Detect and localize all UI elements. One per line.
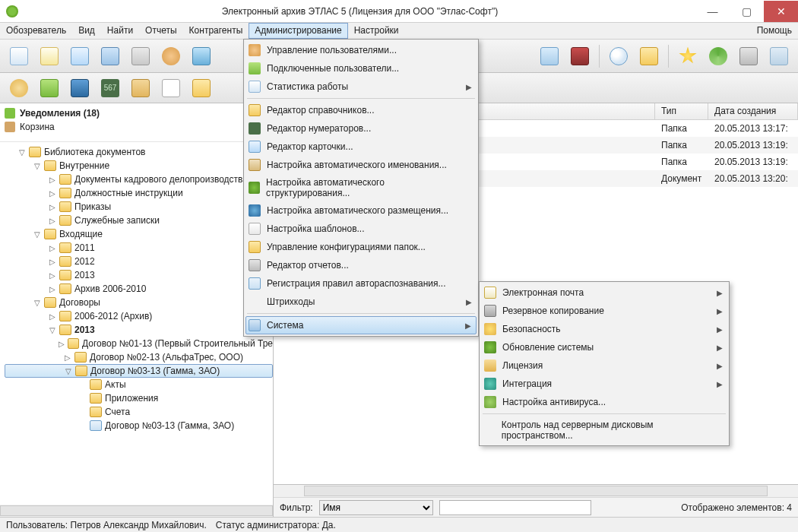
tree-twisty[interactable]: ▷ xyxy=(49,271,56,280)
menu-item[interactable]: Электронная почта▶ xyxy=(481,283,727,302)
menu-item[interactable]: Обновление системы▶ xyxy=(481,338,727,356)
tree-twisty[interactable]: ▷ xyxy=(49,312,56,321)
tree-node[interactable]: ▷Договор №02-13 (АльфаТрес, ООО) xyxy=(5,350,273,364)
tree-twisty[interactable]: ▷ xyxy=(49,203,56,211)
tree-node[interactable]: ▷Должностные инструкции xyxy=(5,186,273,200)
document-tree[interactable]: ▽Библиотека документов▽Внутренние▷Докуме… xyxy=(0,141,273,505)
tree-node[interactable]: ▷2006-2012 (Архив) xyxy=(5,309,273,323)
tree-node[interactable]: Счета xyxy=(5,405,273,419)
menu-обозреватель[interactable]: Обозреватель xyxy=(0,23,72,39)
tree-twisty[interactable]: ▽ xyxy=(33,230,41,239)
tree-twisty[interactable]: ▽ xyxy=(65,367,72,375)
menu-item[interactable]: Настройка антивируса... xyxy=(481,393,727,411)
tree-node[interactable]: ▷2013 xyxy=(5,268,273,282)
tree-twisty[interactable]: ▽ xyxy=(33,299,41,307)
tb1r-wrench-button[interactable] xyxy=(734,43,763,70)
tree-twisty[interactable]: ▽ xyxy=(18,148,26,157)
tb1r-help-button[interactable] xyxy=(765,43,793,70)
menu-item[interactable]: Настройка автоматического именования... xyxy=(245,156,477,174)
menu-item[interactable]: Интеграция▶ xyxy=(481,375,727,393)
tb1-doc-button[interactable] xyxy=(5,43,33,70)
tb1r-refresh-button[interactable] xyxy=(704,43,733,70)
tree-node[interactable]: ▷2011 xyxy=(5,241,273,255)
tb2-user-button[interactable] xyxy=(5,74,33,102)
tb1-new-button[interactable] xyxy=(35,43,64,70)
menu-вид[interactable]: Вид xyxy=(72,23,101,39)
tree-node[interactable]: Акты xyxy=(5,378,273,391)
tree-twisty[interactable]: ▽ xyxy=(33,162,41,170)
menu-item[interactable]: Редактор нумераторов... xyxy=(245,119,477,138)
menu-item[interactable]: Лицензия▶ xyxy=(481,356,727,375)
notifications-row[interactable]: Уведомления (18) xyxy=(5,106,268,120)
menu-item[interactable]: Система▶ xyxy=(245,316,477,334)
minimize-button[interactable]: — xyxy=(695,1,730,22)
tree-node[interactable]: ▽2013 xyxy=(5,323,273,337)
tree-node[interactable]: ▷Документы кадрового делопроизводства xyxy=(5,173,273,186)
tree-node[interactable]: ▽Библиотека документов xyxy=(5,145,273,159)
menu-item[interactable]: Штрихкоды▶ xyxy=(245,293,477,311)
maximize-button[interactable]: ▢ xyxy=(730,1,764,22)
tree-twisty[interactable]: ▷ xyxy=(49,176,56,184)
tb2-tools-button[interactable] xyxy=(126,74,155,102)
tb1-scan-button[interactable] xyxy=(187,43,216,70)
tb2-num-button[interactable]: 567 xyxy=(96,74,125,102)
menu-отчеты[interactable]: Отчеты xyxy=(139,23,182,39)
tree-node[interactable]: ▽Внутренние xyxy=(5,159,273,173)
tb2-text-button[interactable] xyxy=(157,74,185,102)
tree-node[interactable]: Договор №03-13 (Гамма, ЗАО) xyxy=(5,419,273,432)
tree-twisty[interactable]: ▷ xyxy=(49,189,56,198)
menu-item[interactable]: Статистика работы▶ xyxy=(245,78,477,96)
tb1-users-button[interactable] xyxy=(157,43,185,70)
menu-найти[interactable]: Найти xyxy=(101,23,139,39)
menu-item[interactable]: Подключенные пользователи... xyxy=(245,59,477,78)
menu-item[interactable]: Управление пользователями... xyxy=(245,41,477,59)
tree-twisty[interactable]: ▷ xyxy=(49,258,56,266)
tb1r-star-button[interactable] xyxy=(673,43,702,70)
menu-контрагенты[interactable]: Контрагенты xyxy=(183,23,249,39)
menu-item[interactable]: Управление конфигурациями папок... xyxy=(245,238,477,256)
filter-input[interactable] xyxy=(439,500,591,515)
menu-item[interactable]: Редактор карточки... xyxy=(245,138,477,156)
tree-node[interactable]: ▷2012 xyxy=(5,255,273,268)
col-type[interactable]: Тип xyxy=(655,103,708,119)
tree-twisty[interactable]: ▷ xyxy=(49,217,56,225)
menu-item[interactable]: Редактор справочников... xyxy=(245,101,477,119)
tb1r-search-button[interactable] xyxy=(604,43,633,70)
tree-twisty[interactable]: ▷ xyxy=(49,285,56,293)
menu-настройки[interactable]: Настройки xyxy=(348,23,405,39)
menu-item[interactable]: Регистрация правил автораспознавания... xyxy=(245,274,477,293)
tb1-print-button[interactable] xyxy=(126,43,155,70)
tree-node[interactable]: ▷Служебные записки xyxy=(5,214,273,227)
menu-item[interactable]: Редактор отчетов... xyxy=(245,256,477,274)
tree-twisty[interactable]: ▽ xyxy=(49,326,56,334)
tree-twisty[interactable]: ▷ xyxy=(49,244,56,252)
tree-node[interactable]: ▷Приказы xyxy=(5,200,273,214)
close-button[interactable]: ✕ xyxy=(764,1,798,22)
tree-node[interactable]: ▷Договор №01-13 (Первый Строительный Тре xyxy=(5,337,273,350)
tree-twisty[interactable]: ▷ xyxy=(64,353,71,362)
tb1-card2-button[interactable] xyxy=(96,43,125,70)
menu-item[interactable]: Настройка шаблонов... xyxy=(245,220,477,238)
tree-node[interactable]: ▽Входящие xyxy=(5,227,273,241)
filter-field-select[interactable]: Имя xyxy=(319,500,433,515)
menu-администрирование[interactable]: Администрирование xyxy=(249,23,347,39)
tb2-book-button[interactable] xyxy=(65,74,94,102)
tb2-folder-button[interactable] xyxy=(187,74,216,102)
trash-row[interactable]: Корзина xyxy=(5,120,268,134)
menu-item[interactable]: Настройка автоматического структурирован… xyxy=(245,174,477,201)
menu-item[interactable]: Настройка автоматического размещения... xyxy=(245,201,477,220)
tb1r-folder-button[interactable] xyxy=(635,43,663,70)
tree-twisty[interactable]: ▷ xyxy=(58,340,65,348)
tb1r-chat-button[interactable] xyxy=(535,43,564,70)
col-date[interactable]: Дата создания xyxy=(708,103,798,119)
tb1-card-button[interactable] xyxy=(65,43,94,70)
menu-help[interactable]: Помощь xyxy=(751,23,798,39)
tree-node[interactable]: Приложения xyxy=(5,391,273,405)
tree-node[interactable]: ▷Архив 2006-2010 xyxy=(5,282,273,296)
tree-hscroll[interactable] xyxy=(0,505,273,517)
menu-item[interactable]: Безопасность▶ xyxy=(481,320,727,338)
grid-hscroll[interactable] xyxy=(274,485,798,497)
menu-item[interactable]: Резервное копирование▶ xyxy=(481,302,727,320)
tree-node[interactable]: ▽Договоры xyxy=(5,296,273,309)
tree-node[interactable]: ▽Договор №03-13 (Гамма, ЗАО) xyxy=(5,364,273,378)
